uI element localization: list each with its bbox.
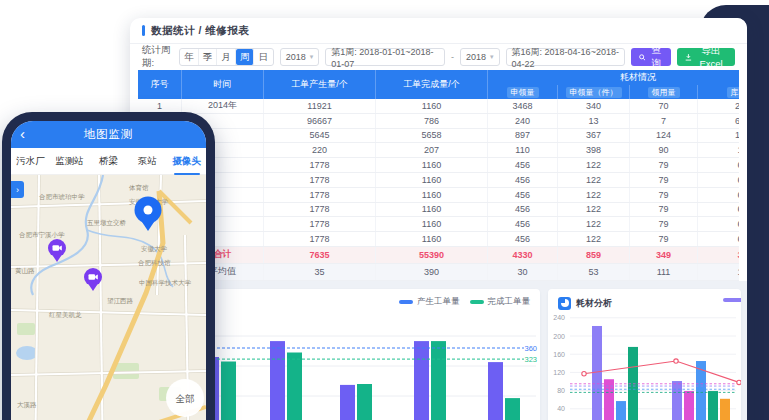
range-start-input[interactable]: 第1周: 2018-01-01~2018-01-07 <box>325 48 445 66</box>
range-end-value: 第16周: 2018-04-16~2018-04-22 <box>512 46 620 69</box>
period-option[interactable]: 日 <box>254 49 272 65</box>
table-cell: 122 <box>558 158 630 172</box>
table-cell: 1160 <box>376 158 488 172</box>
table-cell: 456 <box>488 217 558 231</box>
report-table: 序号时间工单产生量/个工单完成量/个耗材情况申领量申领量（件）领用量库存量 12… <box>138 70 739 281</box>
table-cell: 53 <box>558 264 630 280</box>
breadcrumb-accent <box>142 25 145 36</box>
period-option[interactable]: 周 <box>236 49 255 65</box>
table-cell: 456 <box>488 203 558 217</box>
map-label: 望江西路 <box>107 297 134 305</box>
table-cell: 1 <box>138 99 182 113</box>
map-label: 合肥科技馆 <box>138 259 171 267</box>
app-tab-桥梁[interactable]: 桥梁 <box>89 155 128 168</box>
table-body: 12014年1192111603468340702502966677862401… <box>138 99 739 281</box>
year-end-select[interactable]: 2018 ▾ <box>460 48 500 66</box>
table-cell: 1778 <box>264 158 376 172</box>
table-cell: 90 <box>630 143 698 157</box>
table-cell: 79 <box>630 217 698 231</box>
table-cell: 2014年 <box>182 99 264 113</box>
table-cell: 55390 <box>376 247 488 263</box>
table-cell: 1160 <box>376 173 488 187</box>
sub-column-header: 领用量 <box>630 85 698 99</box>
map-label: 五里墩立交桥 <box>87 219 127 227</box>
period-option[interactable]: 年 <box>180 49 199 65</box>
panel-expand-button[interactable]: › <box>11 181 24 198</box>
table-cell: 1160 <box>376 232 488 246</box>
query-button-label: 查询 <box>649 44 663 70</box>
table-cell: 7 <box>630 114 698 128</box>
svg-text:360: 360 <box>524 344 537 353</box>
table-row: 6177811604561227967 <box>138 173 739 188</box>
column-header: 序号 <box>138 70 182 99</box>
consumable-chart-legend[interactable] <box>723 298 741 302</box>
table-header: 序号时间工单产生量/个工单完成量/个耗材情况申领量申领量（件）领用量库存量 <box>138 70 739 99</box>
table-cell: 1778 <box>264 217 376 231</box>
table-cell: 67 <box>698 217 739 231</box>
range-separator: - <box>451 52 454 62</box>
range-end-input[interactable]: 第16周: 2018-04-16~2018-04-22 <box>506 48 626 66</box>
back-button[interactable]: ‹ <box>20 125 25 143</box>
app-tab-监测站[interactable]: 监测站 <box>50 155 89 168</box>
period-label: 统计周期: <box>142 44 173 70</box>
consumable-chart-title: 耗材分析 <box>576 297 612 310</box>
table-cell: 4330 <box>488 247 558 263</box>
svg-text:全部: 全部 <box>176 393 195 404</box>
table-row: 10177811604561227967 <box>138 232 739 247</box>
group-header: 耗材情况申领量申领量（件）领用量库存量 <box>488 70 739 99</box>
sub-column-header: 库存量 <box>698 85 739 99</box>
phone-screen: ‹ 地图监测 污水厂监测站桥梁泵站摄像头 <box>11 121 206 420</box>
table-cell: 1778 <box>264 203 376 217</box>
map-label: 合肥市宁溪小学 <box>19 231 65 239</box>
table-cell: 390 <box>376 264 488 280</box>
table-cell: 67 <box>698 203 739 217</box>
dashboard-top: 数据统计 / 维修报表 统计周期: 年季月周日 2018 ▾ 第1周: 2018… <box>130 18 747 281</box>
svg-text:80: 80 <box>557 387 565 394</box>
svg-text:40: 40 <box>557 405 565 412</box>
year-start-value: 2018 <box>286 52 306 62</box>
table-cell: 67 <box>698 173 739 187</box>
column-header: 工单完成量/个 <box>376 70 488 99</box>
table-cell: 14 <box>698 264 739 280</box>
breadcrumb: 数据统计 / 维修报表 <box>151 24 249 38</box>
table-cell: 7635 <box>264 247 376 263</box>
table-cell: 70 <box>630 99 698 113</box>
charts-row: 产生工单量完成工单量 360323 耗材分析 2402001601208040 <box>130 289 747 420</box>
map-label: 安徽大学 <box>141 245 168 253</box>
table-cell: 456 <box>488 158 558 172</box>
map-label: 黄山路 <box>15 267 35 275</box>
table-cell: 1778 <box>264 232 376 246</box>
map-label: 体育馆 <box>129 184 149 192</box>
table-cell: 13 <box>558 114 630 128</box>
table-cell: 349 <box>630 247 698 263</box>
app-tab-泵站[interactable]: 泵站 <box>128 155 167 168</box>
export-excel-button[interactable]: 导出Excel <box>677 48 735 66</box>
table-cell: 207 <box>376 143 488 157</box>
query-button[interactable]: 查询 <box>631 48 671 66</box>
table-cell: 897 <box>488 129 558 143</box>
app-tab-摄像头[interactable]: 摄像头 <box>167 155 206 168</box>
table-cell: 79 <box>630 203 698 217</box>
period-option[interactable]: 季 <box>199 49 218 65</box>
table-cell: 5658 <box>376 129 488 143</box>
table-cell: 340 <box>558 99 630 113</box>
app-tab-污水厂[interactable]: 污水厂 <box>11 155 50 168</box>
table-cell: 129 <box>698 129 739 143</box>
all-filter-button[interactable]: 全部 <box>166 379 204 417</box>
screenshot-stage: 数据统计 / 维修报表 统计周期: 年季月周日 2018 ▾ 第1周: 2018… <box>0 0 769 420</box>
consumable-chart-header: 耗材分析 <box>548 289 741 311</box>
year-start-select[interactable]: 2018 ▾ <box>280 48 320 66</box>
map-view[interactable]: 合肥市琥珀中学体育馆安徽农业大学五里墩立交桥合肥市宁溪小学安徽大学合肥科技馆中国… <box>11 175 206 420</box>
legend-marker <box>399 300 413 304</box>
sub-column-header: 申领量 <box>488 85 558 99</box>
breadcrumb-bar: 数据统计 / 维修报表 <box>130 18 747 44</box>
table-cell: 122 <box>558 203 630 217</box>
download-icon <box>685 53 692 62</box>
table-cell: 35 <box>264 264 376 280</box>
svg-text:160: 160 <box>553 351 565 358</box>
period-option[interactable]: 月 <box>217 49 236 65</box>
table-row: 356455658897367124129 <box>138 129 739 144</box>
range-start-value: 第1周: 2018-01-01~2018-01-07 <box>331 46 439 69</box>
table-cell: 122 <box>558 232 630 246</box>
table-cell: 122 <box>558 173 630 187</box>
